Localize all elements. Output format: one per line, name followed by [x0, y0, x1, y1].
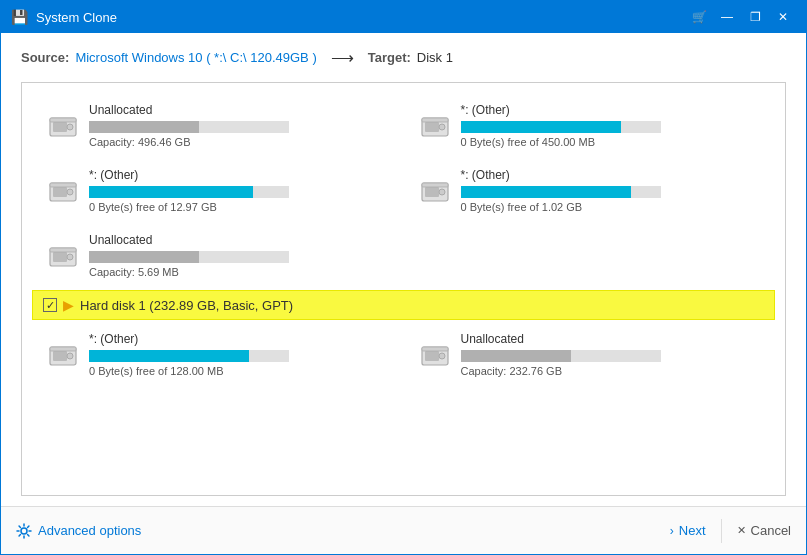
disk-info: *: (Other) 0 Byte(s) free of 1.02 GB — [461, 168, 761, 213]
footer-right: › Next ✕ Cancel — [670, 519, 791, 543]
partition-name: Unallocated — [89, 103, 389, 117]
hdd-icon — [47, 339, 79, 371]
disk-grid: Unallocated Capacity: 496.46 GB — [32, 93, 775, 387]
capacity-text: 0 Byte(s) free of 12.97 GB — [89, 201, 389, 213]
svg-point-26 — [439, 353, 445, 359]
svg-point-18 — [67, 254, 73, 260]
cancel-label: Cancel — [751, 523, 791, 538]
capacity-bar — [461, 121, 661, 133]
list-item: *: (Other) 0 Byte(s) free of 450.00 MB — [404, 93, 776, 158]
bar-fill — [89, 186, 253, 198]
next-label: Next — [679, 523, 706, 538]
minimize-button[interactable]: — — [714, 4, 740, 30]
partition-name: Unallocated — [461, 332, 761, 346]
x-icon: ✕ — [737, 524, 746, 537]
disk-header-icon: ▶ — [63, 297, 74, 313]
capacity-bar — [89, 251, 289, 263]
partition-name: *: (Other) — [461, 103, 761, 117]
advanced-options-label: Advanced options — [38, 523, 141, 538]
capacity-text: 0 Byte(s) free of 128.00 MB — [89, 365, 389, 377]
disk-info: Unallocated Capacity: 232.76 GB — [461, 332, 761, 377]
cancel-button[interactable]: ✕ Cancel — [737, 523, 791, 538]
svg-rect-5 — [425, 122, 439, 132]
partition-name: *: (Other) — [89, 332, 389, 346]
bar-fill — [461, 121, 621, 133]
hdd-icon — [419, 339, 451, 371]
target-label: Target: — [368, 50, 411, 65]
disk-info: Unallocated Capacity: 5.69 MB — [89, 233, 389, 278]
restore-button[interactable]: ❐ — [742, 4, 768, 30]
next-button[interactable]: › Next — [670, 523, 706, 538]
svg-rect-17 — [53, 252, 67, 262]
source-value: Microsoft Windows 10 ( *:\ C:\ 120.49GB … — [75, 50, 316, 65]
svg-rect-23 — [50, 347, 76, 351]
svg-rect-9 — [53, 187, 67, 197]
hdd-icon — [47, 175, 79, 207]
partition-name: *: (Other) — [461, 168, 761, 182]
svg-rect-11 — [50, 183, 76, 187]
capacity-text: Capacity: 232.76 GB — [461, 365, 761, 377]
svg-rect-13 — [425, 187, 439, 197]
svg-point-2 — [67, 124, 73, 130]
close-button[interactable]: ✕ — [770, 4, 796, 30]
hdd-icon — [47, 110, 79, 142]
svg-rect-15 — [422, 183, 448, 187]
footer: Advanced options › Next ✕ Cancel — [1, 506, 806, 554]
source-target-bar: Source: Microsoft Windows 10 ( *:\ C:\ 1… — [21, 48, 786, 67]
disk-info: *: (Other) 0 Byte(s) free of 12.97 GB — [89, 168, 389, 213]
disk-info: Unallocated Capacity: 496.46 GB — [89, 103, 389, 148]
target-value: Disk 1 — [417, 50, 453, 65]
disk-panel: Unallocated Capacity: 496.46 GB — [21, 82, 786, 496]
capacity-text: 0 Byte(s) free of 450.00 MB — [461, 136, 761, 148]
hdd-icon — [419, 110, 451, 142]
store-button[interactable]: 🛒 — [686, 4, 712, 30]
title-bar: 💾 System Clone 🛒 — ❐ ✕ — [1, 1, 806, 33]
list-item: *: (Other) 0 Byte(s) free of 12.97 GB — [32, 158, 404, 223]
disk-info: *: (Other) 0 Byte(s) free of 450.00 MB — [461, 103, 761, 148]
list-item: Unallocated Capacity: 232.76 GB — [404, 322, 776, 387]
svg-rect-27 — [422, 347, 448, 351]
content-area: Source: Microsoft Windows 10 ( *:\ C:\ 1… — [1, 33, 806, 506]
window-icon: 💾 — [11, 9, 28, 25]
capacity-text: Capacity: 496.46 GB — [89, 136, 389, 148]
svg-point-6 — [439, 124, 445, 130]
svg-point-10 — [67, 189, 73, 195]
disk-header-label: Hard disk 1 (232.89 GB, Basic, GPT) — [80, 298, 293, 313]
disk-info: *: (Other) 0 Byte(s) free of 128.00 MB — [89, 332, 389, 377]
svg-rect-3 — [50, 118, 76, 122]
capacity-bar — [461, 186, 661, 198]
window-title: System Clone — [36, 10, 117, 25]
svg-point-14 — [439, 189, 445, 195]
disk-checkbox[interactable]: ✓ — [43, 298, 57, 312]
svg-point-22 — [67, 353, 73, 359]
bar-fill — [89, 350, 249, 362]
svg-rect-1 — [53, 122, 67, 132]
list-item: *: (Other) 0 Byte(s) free of 128.00 MB — [32, 322, 404, 387]
bar-fill — [89, 251, 199, 263]
list-item: Unallocated Capacity: 496.46 GB — [32, 93, 404, 158]
capacity-bar — [461, 350, 661, 362]
bar-fill — [461, 350, 571, 362]
bar-fill — [89, 121, 199, 133]
checkmark-icon: ✓ — [46, 299, 55, 312]
disk-header-row[interactable]: ✓ ▶ Hard disk 1 (232.89 GB, Basic, GPT) — [32, 290, 775, 320]
svg-rect-7 — [422, 118, 448, 122]
advanced-options-button[interactable]: Advanced options — [16, 523, 141, 539]
bar-fill — [461, 186, 631, 198]
chevron-right-icon: › — [670, 524, 674, 538]
capacity-text: 0 Byte(s) free of 1.02 GB — [461, 201, 761, 213]
capacity-bar — [89, 350, 289, 362]
list-item: *: (Other) 0 Byte(s) free of 1.02 GB — [404, 158, 776, 223]
hdd-icon — [419, 175, 451, 207]
svg-rect-21 — [53, 351, 67, 361]
list-item: Unallocated Capacity: 5.69 MB — [32, 223, 404, 288]
hdd-icon — [47, 240, 79, 272]
svg-point-28 — [21, 528, 27, 534]
title-controls: 🛒 — ❐ ✕ — [686, 4, 796, 30]
gear-icon — [16, 523, 32, 539]
source-label: Source: — [21, 50, 69, 65]
capacity-bar — [89, 186, 289, 198]
svg-rect-25 — [425, 351, 439, 361]
capacity-bar — [89, 121, 289, 133]
window: 💾 System Clone 🛒 — ❐ ✕ Source: Microsoft… — [0, 0, 807, 555]
